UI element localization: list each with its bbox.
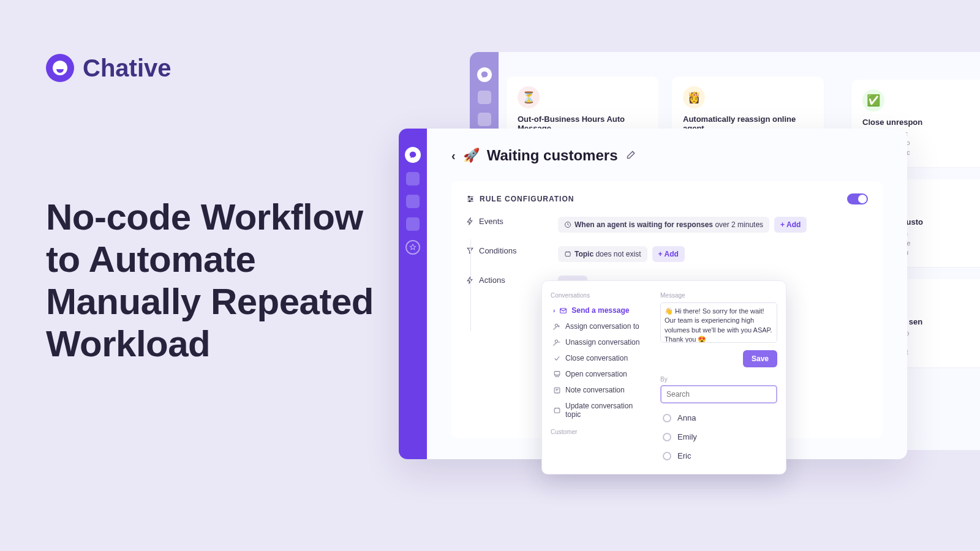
chat-bubble-icon [46,54,74,82]
svg-point-7 [555,340,557,342]
svg-point-1 [471,198,472,200]
user-option[interactable]: Eric [660,446,777,465]
note-icon [553,386,561,394]
topic-icon [553,407,561,414]
action-send-message[interactable]: › Send a message [551,302,652,318]
events-row: Events When an agent is waiting for resp… [466,217,868,233]
message-textarea[interactable] [660,302,777,343]
princess-icon: 👸 [683,86,705,108]
event-chip[interactable]: When an agent is waiting for responses o… [558,217,769,233]
action-unassign[interactable]: Unassign conversation [551,334,652,350]
message-label: Message [660,292,777,299]
page-title: Waiting customers [487,147,618,164]
user-option[interactable]: Emily [660,427,777,446]
action-close[interactable]: Close conversation [551,350,652,366]
actions-label: Actions [479,276,505,285]
section-label: RULE CONFIGURATION [466,195,574,203]
user-minus-icon [553,339,561,347]
hourglass-icon: ⏳ [518,86,540,108]
svg-point-2 [469,200,470,201]
nav-item[interactable] [406,217,420,231]
automation-icon[interactable] [405,240,420,255]
brand-name: Chative [83,54,172,82]
chat-icon [477,67,492,82]
nav-item [478,113,491,126]
nav-item [478,91,491,104]
popover-section-label: Customer [551,429,652,435]
add-condition-button[interactable]: +Add [652,246,685,262]
brand-logo: Chative [46,54,172,82]
clock-icon [564,221,571,228]
svg-rect-4 [565,252,570,257]
svg-point-6 [555,324,557,326]
radio-icon [663,433,671,441]
save-button[interactable]: Save [743,350,777,367]
popover-section-label: Conversations [551,292,652,299]
user-list: Anna Emily Eric [660,408,777,465]
by-label: By [660,376,777,383]
action-note[interactable]: Note conversation [551,382,652,398]
radio-icon [663,414,671,422]
condition-chip[interactable]: Topic does not exist [558,246,647,262]
conditions-label: Conditions [479,246,516,255]
rule-enabled-toggle[interactable] [847,193,868,204]
action-list: Conversations › Send a message Assign co… [551,290,652,465]
check-icon: ✅ [862,89,884,111]
mail-icon [559,307,567,315]
hero-headline: No-code Workflow to Automate Manually Re… [46,196,389,365]
add-event-button[interactable]: +Add [774,217,807,233]
radio-icon [663,452,671,460]
action-update-topic[interactable]: Update conversation topic [551,398,652,422]
action-assign[interactable]: Assign conversation to [551,318,652,334]
app-sidebar [399,129,427,459]
by-search-input[interactable] [660,385,777,403]
page-title-bar: ‹ 🚀 Waiting customers [451,147,883,164]
action-open[interactable]: Open conversation [551,366,652,382]
svg-rect-9 [554,408,560,413]
svg-point-0 [469,196,470,197]
inbox-icon [553,370,561,378]
sliders-icon [466,195,475,203]
action-popover: Conversations › Send a message Assign co… [541,280,786,474]
user-option[interactable]: Anna [660,408,777,427]
template-title: Close unrespon [862,118,980,127]
nav-item[interactable] [406,195,420,208]
edit-icon[interactable] [625,150,636,161]
events-label: Events [479,217,503,226]
chat-icon[interactable] [405,147,421,163]
nav-item[interactable] [406,172,420,186]
check-icon [553,354,561,362]
rocket-icon: 🚀 [463,148,480,163]
connector-line [470,239,471,331]
conditions-row: Conditions Topic does not exist +Add [466,246,868,262]
tag-icon [564,250,571,258]
back-chevron-icon[interactable]: ‹ [451,149,456,163]
lightning-icon [466,217,474,225]
user-plus-icon [553,323,561,331]
